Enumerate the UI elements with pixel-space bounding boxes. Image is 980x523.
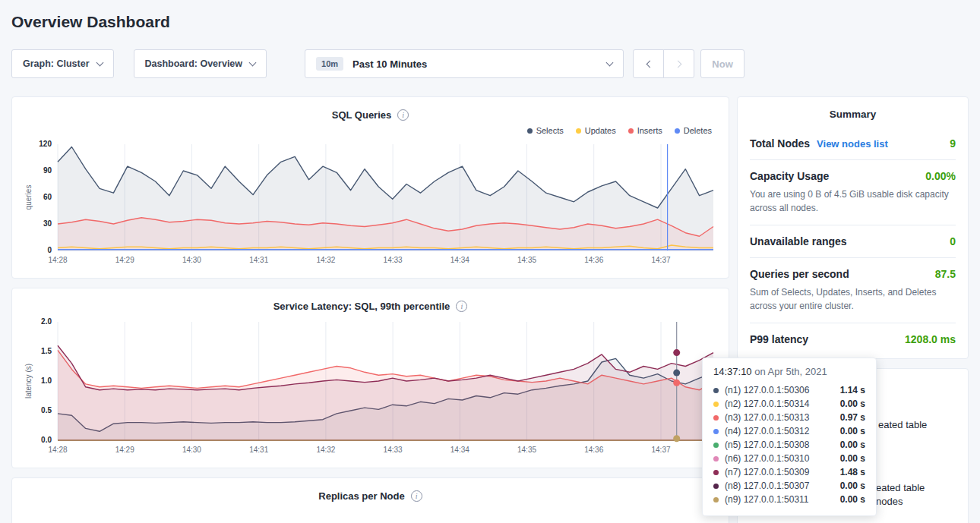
graph-dropdown[interactable]: Graph: Cluster [11, 49, 114, 78]
svg-text:queries: queries [24, 185, 33, 210]
chevron-down-icon [96, 58, 103, 66]
svg-text:latency (s): latency (s) [24, 364, 33, 399]
tooltip-node-value: 0.00 s [840, 494, 865, 505]
chevron-right-icon [674, 60, 681, 68]
tooltip-node-value: 0.00 s [840, 399, 865, 409]
node-color-dot [713, 470, 719, 475]
svg-text:30: 30 [43, 219, 52, 228]
node-color-dot [713, 415, 719, 421]
node-color-dot [713, 497, 719, 503]
svg-text:14:31: 14:31 [249, 446, 268, 454]
tooltip-node-label: (n1) 127.0.0.1:50306 [725, 385, 809, 395]
event-item-text-fragment: nodes [876, 496, 903, 507]
tooltip-node-row: (n3) 127.0.0.1:50313 0.97 s [713, 411, 865, 424]
dashboard-dropdown[interactable]: Dashboard: Overview [134, 49, 267, 78]
svg-text:14:29: 14:29 [115, 446, 134, 454]
svg-text:14:29: 14:29 [115, 256, 134, 264]
tooltip-node-label: (n7) 127.0.0.1:50309 [725, 467, 809, 477]
svg-text:14:33: 14:33 [384, 446, 403, 454]
summary-value: 87.5 [935, 268, 956, 280]
svg-text:1.0: 1.0 [41, 376, 52, 385]
summary-title: Summary [750, 97, 956, 128]
legend-item-selects[interactable]: Selects [527, 126, 564, 135]
svg-text:14:32: 14:32 [316, 256, 335, 264]
summary-label: Total Nodes [750, 137, 810, 150]
overview-dashboard-page: Overview Dashboard Graph: Cluster Dashbo… [0, 0, 980, 523]
svg-text:14:32: 14:32 [316, 446, 335, 454]
svg-text:14:28: 14:28 [48, 446, 67, 454]
summary-row-total-nodes: Total Nodes View nodes list 9 [750, 128, 956, 159]
tooltip-node-row: (n1) 127.0.0.1:50306 1.14 s [713, 383, 865, 397]
svg-text:90: 90 [43, 166, 52, 175]
tooltip-node-value: 1.14 s [840, 385, 865, 395]
node-color-dot [713, 484, 719, 489]
tooltip-node-row: (n6) 127.0.0.1:50310 0.00 s [713, 452, 865, 465]
tooltip-node-label: (n8) 127.0.0.1:50307 [725, 480, 809, 491]
svg-text:14:34: 14:34 [450, 446, 469, 454]
svg-text:14:31: 14:31 [249, 256, 268, 264]
view-nodes-list-link[interactable]: View nodes list [817, 138, 888, 150]
page-title: Overview Dashboard [0, 0, 980, 33]
tooltip-node-label: (n3) 127.0.0.1:50313 [725, 412, 809, 423]
summary-value: 0.00% [925, 170, 956, 182]
time-forward-button[interactable] [663, 49, 694, 78]
time-range-dropdown[interactable]: 10m Past 10 Minutes [305, 49, 624, 78]
svg-text:120: 120 [39, 140, 52, 148]
time-back-button[interactable] [633, 49, 664, 78]
graph-dropdown-label: Graph: Cluster [23, 58, 90, 69]
node-color-dot [713, 388, 719, 393]
svg-text:14:28: 14:28 [48, 256, 67, 264]
svg-text:14:30: 14:30 [182, 446, 201, 454]
tooltip-node-row: (n9) 127.0.0.1:50311 0.00 s [713, 493, 865, 506]
legend-label: Selects [536, 126, 564, 135]
now-button[interactable]: Now [700, 49, 744, 78]
dashboard-controls: Graph: Cluster Dashboard: Overview 10m P… [11, 49, 969, 78]
legend-label: Deletes [684, 126, 712, 135]
summary-panel: Summary Total Nodes View nodes list 9 Ca… [737, 96, 969, 359]
legend-dot [675, 128, 680, 134]
node-color-dot [713, 443, 719, 448]
tooltip-node-row: (n2) 127.0.0.1:50314 0.00 s [713, 397, 865, 411]
dashboard-dropdown-label: Dashboard: Overview [145, 58, 243, 69]
info-icon[interactable]: i [411, 490, 422, 502]
node-color-dot [713, 429, 719, 434]
summary-label: P99 latency [750, 333, 808, 345]
sql-queries-chart[interactable]: 14:2814:2914:3014:3114:3214:3314:3414:35… [23, 138, 718, 272]
legend-item-updates[interactable]: Updates [576, 126, 616, 135]
tooltip-node-value: 0.00 s [840, 453, 865, 464]
svg-text:14:37: 14:37 [651, 256, 670, 264]
svg-text:14:30: 14:30 [182, 256, 201, 264]
summary-subtext: You are using 0 B of 4.5 GiB usable disk… [750, 187, 956, 215]
info-icon[interactable]: i [397, 109, 409, 121]
svg-text:14:33: 14:33 [384, 256, 403, 264]
event-item-text-fragment: eated table [876, 482, 925, 493]
tooltip-node-value: 1.48 s [840, 467, 865, 477]
svg-text:14:34: 14:34 [450, 256, 469, 264]
tooltip-node-label: (n9) 127.0.0.1:50311 [725, 494, 809, 505]
svg-text:14:36: 14:36 [584, 446, 603, 454]
legend-dot [576, 128, 581, 134]
chart-title: Replicas per Node [318, 490, 404, 502]
chart-title: Service Latency: SQL, 99th percentile [273, 301, 450, 312]
chevron-down-icon [249, 58, 257, 66]
legend-label: Updates [585, 126, 616, 135]
charts-column: SQL Queries i Selects Updates Inserts [11, 96, 729, 523]
legend-label: Inserts [637, 126, 662, 135]
svg-text:14:35: 14:35 [517, 256, 536, 264]
legend-item-deletes[interactable]: Deletes [675, 126, 712, 135]
sql-queries-chart-panel: SQL Queries i Selects Updates Inserts [11, 96, 729, 279]
tooltip-date: on Apr 5th, 2021 [752, 366, 827, 377]
info-icon[interactable]: i [456, 301, 467, 312]
summary-label: Unavailable ranges [750, 235, 847, 247]
time-range-badge: 10m [316, 57, 343, 71]
legend-item-inserts[interactable]: Inserts [628, 126, 662, 135]
info-icon-glyph: i [402, 111, 404, 119]
service-latency-chart[interactable]: 14:2814:2914:3014:3114:3214:3314:3414:35… [23, 316, 718, 462]
chart-title-row: Service Latency: SQL, 99th percentile i [23, 298, 718, 314]
tooltip-node-value: 0.00 s [840, 480, 865, 491]
chevron-left-icon [646, 60, 653, 68]
tooltip-node-value: 0.97 s [840, 412, 865, 423]
time-range-label: Past 10 Minutes [352, 58, 427, 70]
svg-text:14:35: 14:35 [517, 446, 536, 454]
service-latency-chart-panel: Service Latency: SQL, 99th percentile i … [11, 288, 729, 468]
